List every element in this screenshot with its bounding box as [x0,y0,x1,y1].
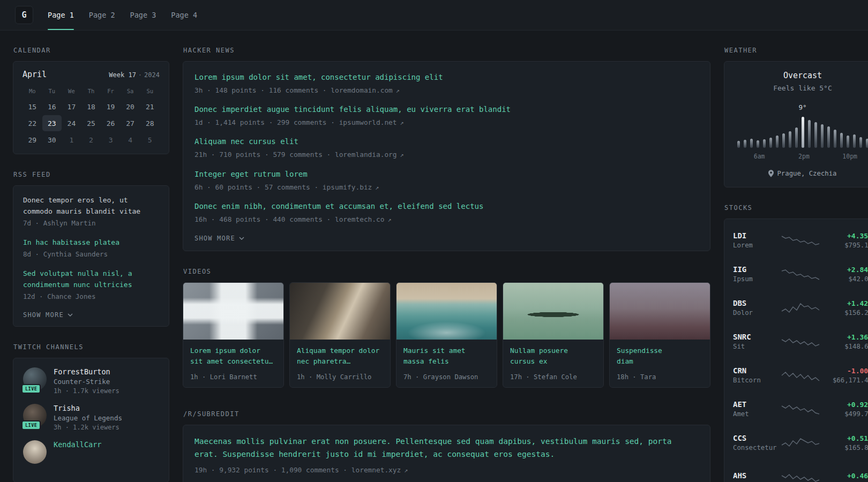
stock-id: AHS [733,471,780,481]
stock-values: +0.46% [821,472,868,481]
video-card[interactable]: Mauris sit amet massa felis 7h · Grayson… [396,282,497,388]
calendar-day: 21 [140,99,160,115]
hn-item: Lorem ipsum dolor sit amet, consectetur … [194,72,699,95]
rss-item-meta: 7d · Ashlyn Martin [23,219,159,229]
video-meta: 1h · Molly Carrillo [297,369,383,381]
channel-info: KendallCarr [54,440,101,449]
calendar-day-grid: 15 16 17 18 19 20 21 22 23 24 25 26 27 2… [23,99,160,148]
hn-item-link[interactable]: Donec enim nibh, condimentum et accumsan… [194,201,699,212]
weather-location-text: Prague, Czechia [777,170,836,177]
stock-values: +1.36% $148.64 [821,333,868,350]
hn-item-link[interactable]: Integer eget rutrum lorem [194,169,699,180]
stock-row[interactable]: CRN Bitcorn -1.00% $66,171.48 [733,358,868,392]
video-meta: 1h · Lori Barnett [190,369,276,381]
stock-row[interactable]: IIG Ipsum +2.84% $42.04 [733,257,868,291]
stock-sparkline [780,402,821,417]
stock-sparkline [780,435,821,450]
calendar-day: 22 [23,115,42,131]
channel-avatar [23,440,47,464]
video-meta: 17h · Stefan Cole [510,369,596,381]
hn-item-link[interactable]: Lorem ipsum dolor sit amet, consectetur … [194,72,699,83]
stock-name: Dolor [733,309,780,317]
tab-page-4[interactable]: Page 4 [171,0,197,30]
rss-item-link[interactable]: Donec tempor eros leo, ut commodo mauris… [23,194,159,217]
calendar-day-next-month: 5 [140,132,160,148]
stock-id: CRN Bitcorn [733,366,780,384]
stock-change: +0.92% [821,401,868,409]
stock-row[interactable]: SNRC Sit +1.36% $148.64 [733,325,868,358]
hn-meta-text: 3h · 148 points · 116 comments · loremdo… [194,86,393,94]
stock-price: $42.04 [821,275,868,283]
rss-item-meta: 8d · Cynthia Saunders [23,250,159,260]
stock-change: +0.51% [821,434,868,442]
video-card[interactable]: Lorem ipsum dolor sit amet consectetu… 1… [183,282,284,388]
subreddit-meta-text: 19h · 9,932 points · 1,090 comments · lo… [194,466,401,474]
stock-price: $148.64 [821,343,868,350]
channel-avatar-wrap [23,440,47,464]
calendar-section-title: CALENDAR [13,47,169,54]
stock-row[interactable]: CCS Consectetur +0.51% $165.84 [733,426,868,460]
stock-name: Consectetur [733,444,780,451]
video-card-body: Suspendisse diam 18h · Tara [610,340,710,387]
calendar-day-next-month: 1 [62,132,81,148]
subreddit-post-link[interactable]: Maecenas mollis pulvinar erat non posuer… [194,435,699,461]
channel-info: Trisha League of Legends 3h · 1.2k viewe… [54,404,122,431]
stock-values: -1.00% $66,171.48 [821,367,868,384]
stock-id: SNRC Sit [733,333,780,350]
video-card[interactable]: Nullam posuere cursus ex 17h · Stefan Co… [503,282,604,388]
stock-row[interactable]: AHS +0.46% [733,460,868,482]
hn-show-more-button[interactable]: SHOW MORE [194,233,244,242]
tab-page-3[interactable]: Page 3 [130,0,156,30]
right-column: WEATHER Overcast Feels like 5°C 9° 6am 2… [724,47,868,482]
calendar-day: 15 [23,99,42,115]
weather-bar [847,135,849,148]
hn-item: Integer eget rutrum lorem 6h · 60 points… [194,169,699,192]
channel-game: League of Legends [54,414,122,422]
hackernews-section-title: HACKER NEWS [183,47,710,54]
stocks-widget: LDI Lorem +4.35% $795.18 IIG Ipsum [724,219,868,482]
channel-name: ForrestBurton [54,367,119,376]
stock-row[interactable]: AET Amet +0.92% $499.72 [733,392,868,426]
tab-page-1[interactable]: Page 1 [48,0,74,30]
video-thumbnail [503,283,603,340]
twitch-channel-row[interactable]: KendallCarr [23,440,159,464]
rss-item-link[interactable]: In hac habitasse platea [23,237,159,248]
twitch-channel-row[interactable]: LIVE Trisha League of Legends 3h · 1.2k … [23,404,159,431]
stock-name: Amet [733,410,780,418]
weather-bar [763,139,766,148]
location-pin-icon [768,170,774,177]
calendar-day: 16 [42,99,62,115]
weather-bar [776,135,779,148]
tab-page-2[interactable]: Page 2 [89,0,115,30]
video-card[interactable]: Suspendisse diam 18h · Tara [609,282,710,388]
stock-row[interactable]: LDI Lorem +4.35% $795.18 [733,223,868,257]
hn-meta-text: 21h · 710 points · 579 comments · loreml… [194,150,397,159]
weather-bar [769,138,772,148]
stock-sparkline [780,233,821,248]
stock-sparkline [780,300,821,315]
calendar-weekday-row: Mo Tu We Th Fr Sa Su [23,88,160,94]
channel-game: Counter-Strike [54,378,119,386]
calendar-section: CALENDAR April Week 17·2024 Mo Tu We Th … [13,47,169,154]
twitch-section: TWITCH CHANNELS LIVE ForrestBurton Count… [13,343,169,482]
hn-item-meta: 21h · 710 points · 579 comments · loreml… [194,149,699,160]
hn-item-link[interactable]: Aliquam nec cursus elit [194,136,699,147]
hn-item-link[interactable]: Donec imperdiet augue tincidunt felis al… [194,104,699,115]
calendar-day: 18 [81,99,101,115]
stock-price: $499.72 [821,410,868,418]
calendar-day: 27 [121,115,140,131]
weather-bar [802,117,804,148]
stock-values: +4.35% $795.18 [821,232,868,249]
video-card[interactable]: Aliquam tempor dolor nec pharetra… 1h · … [289,282,391,388]
calendar-day: 20 [121,99,140,115]
app-logo[interactable]: G [15,6,33,24]
hackernews-widget: Lorem ipsum dolor sit amet, consectetur … [183,61,710,251]
stock-row[interactable]: DBS Dolor +1.42% $156.28 [733,291,868,325]
twitch-channel-row[interactable]: LIVE ForrestBurton Counter-Strike 1h · 1… [23,367,159,395]
stock-sparkline [780,267,821,282]
rss-item-link[interactable]: Sed volutpat nulla nisl, a condimentum n… [23,268,159,290]
stock-name: Lorem [733,242,780,249]
rss-show-more-button[interactable]: SHOW MORE [23,310,73,319]
weekday-label: Tu [42,88,62,94]
main-content: CALENDAR April Week 17·2024 Mo Tu We Th … [0,31,868,482]
